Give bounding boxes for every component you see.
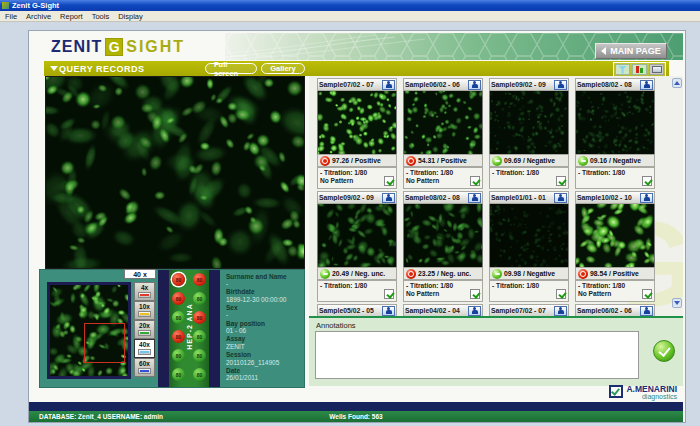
well-3[interactable]: 80 — [172, 292, 185, 305]
approve-checkbox[interactable] — [556, 176, 566, 186]
well-4[interactable]: 80 — [193, 292, 206, 305]
patient-info-button[interactable] — [468, 80, 481, 90]
well-6[interactable]: 80 — [193, 311, 206, 324]
sample-title: Sample06/02 - 06 — [577, 307, 640, 314]
sample-card-header: Sample08/02 - 08 — [575, 78, 655, 91]
scroll-up-button[interactable] — [672, 78, 682, 88]
well-1[interactable]: 80 — [172, 273, 185, 286]
sample-card-header: Sample08/02 - 08 — [403, 191, 483, 204]
patient-field-value: - — [226, 280, 304, 288]
well-thumbnail[interactable] — [575, 91, 655, 154]
well-12[interactable]: 80 — [193, 368, 206, 381]
patient-field-value: ZENIT — [226, 343, 304, 351]
results-gallery: G Sample07/02 - 07 97.26 / Positive - Ti… — [309, 76, 683, 316]
result-bar: 54.31 / Positive — [403, 154, 483, 167]
approve-checkbox[interactable] — [642, 289, 652, 299]
approve-checkbox[interactable] — [384, 289, 394, 299]
selection-rectangle[interactable] — [84, 323, 125, 363]
sample-card-header: Sample05/02 - 05 — [317, 304, 397, 316]
app-panel: ZENIT G SIGHT MAIN PAGE QUERY RECORDS Fu… — [28, 30, 686, 423]
well-11[interactable]: 80 — [172, 368, 185, 381]
sample-card-header: Sample06/02 - 06 — [575, 304, 655, 316]
menu-file[interactable]: File — [5, 12, 17, 21]
query-records-bar: QUERY RECORDS Full screen Gallery — [44, 61, 669, 76]
zoom-20x-button[interactable]: 20x — [134, 320, 155, 339]
patient-field-label: Bay position — [226, 320, 304, 328]
zoom-4x-button[interactable]: 4x — [134, 282, 155, 301]
well-10[interactable]: 80 — [193, 349, 206, 362]
menu-display[interactable]: Display — [118, 12, 143, 21]
collapse-triangle-icon — [50, 66, 58, 71]
menu-bar: FileArchiveReportToolsDisplay — [0, 11, 700, 22]
approve-checkbox[interactable] — [384, 176, 394, 186]
main-fluorescence-image[interactable] — [45, 76, 305, 269]
magnification-label: 40 x — [124, 269, 156, 279]
patient-info-button[interactable] — [640, 306, 653, 316]
well-thumbnail[interactable] — [575, 204, 655, 267]
viewer-control-panel: 40 x 4x10x20x40x60x 80808080808080808080… — [39, 269, 305, 388]
zoom-10x-button[interactable]: 10x — [134, 301, 155, 320]
main-page-button[interactable]: MAIN PAGE — [595, 43, 667, 59]
approve-checkbox[interactable] — [642, 176, 652, 186]
approve-checkbox[interactable] — [470, 176, 480, 186]
well-thumbnail[interactable] — [489, 91, 569, 154]
person-icon — [557, 194, 564, 202]
approve-checkbox[interactable] — [470, 289, 480, 299]
display-icon[interactable] — [649, 64, 664, 75]
main-page-label: MAIN PAGE — [610, 46, 660, 56]
well-5[interactable]: 80 — [172, 311, 185, 324]
person-icon — [557, 81, 564, 89]
well-thumbnail[interactable] — [317, 204, 397, 267]
results-chart-icon[interactable] — [632, 64, 647, 75]
menu-report[interactable]: Report — [60, 12, 83, 21]
patient-info-button[interactable] — [382, 80, 395, 90]
full-screen-button[interactable]: Full screen — [205, 63, 257, 74]
patient-info-button[interactable] — [382, 193, 395, 203]
zoom-40x-button[interactable]: 40x — [134, 339, 155, 358]
zoom-60x-button[interactable]: 60x — [134, 358, 155, 377]
sample-card-header: Sample04/02 - 04 — [403, 304, 483, 316]
well-8[interactable]: 80 — [193, 330, 206, 343]
sample-title: Sample08/02 - 08 — [577, 81, 640, 88]
patient-info-button[interactable] — [554, 306, 567, 316]
patient-info-button[interactable] — [554, 80, 567, 90]
approve-checkbox[interactable] — [556, 289, 566, 299]
well-thumbnail[interactable] — [317, 91, 397, 154]
patient-info-button[interactable] — [554, 193, 567, 203]
menu-tools[interactable]: Tools — [92, 12, 110, 21]
well-thumbnail[interactable] — [489, 204, 569, 267]
menu-archive[interactable]: Archive — [26, 12, 51, 21]
patient-field-label: Surname and Name — [226, 273, 304, 281]
patient-info-button[interactable] — [468, 306, 481, 316]
gallery-button[interactable]: Gallery — [261, 63, 305, 74]
result-bar: 23.25 / Neg. unc. — [403, 267, 483, 280]
annotations-input[interactable] — [315, 331, 639, 379]
filter-icon[interactable] — [615, 64, 630, 75]
patient-info-button[interactable] — [640, 80, 653, 90]
sample-card-partial: Sample07/02 - 07 — [489, 304, 569, 316]
well-thumbnail[interactable] — [403, 91, 483, 154]
annotations-label: Annotations — [316, 321, 356, 330]
negative-status-icon — [492, 156, 502, 166]
slide-strip: 808080808080808080808080 HEP-2 ANA — [158, 270, 220, 387]
result-bar: 97.26 / Positive — [317, 154, 397, 167]
sample-card-partial: Sample04/02 - 04 — [403, 304, 483, 316]
person-icon — [471, 194, 478, 202]
well-2[interactable]: 80 — [193, 273, 206, 286]
scroll-down-button[interactable] — [672, 298, 682, 308]
window-title: Zenit G-Sight — [12, 1, 59, 10]
logo-g-box: G — [105, 38, 123, 56]
person-icon — [643, 194, 650, 202]
patient-info-button[interactable] — [640, 193, 653, 203]
pattern-text: No Pattern — [578, 290, 652, 298]
titration-text: - Titration: 1/80 — [578, 169, 652, 177]
patient-info-button[interactable] — [382, 306, 395, 316]
title-bar[interactable]: Zenit G-Sight — [0, 0, 700, 11]
well-7[interactable]: 80 — [172, 330, 185, 343]
well-9[interactable]: 80 — [172, 349, 185, 362]
navigator-image[interactable] — [50, 285, 128, 376]
patient-info-button[interactable] — [468, 193, 481, 203]
confirm-annotations-button[interactable] — [653, 340, 675, 362]
patient-field-label: Session — [226, 351, 304, 359]
well-thumbnail[interactable] — [403, 204, 483, 267]
